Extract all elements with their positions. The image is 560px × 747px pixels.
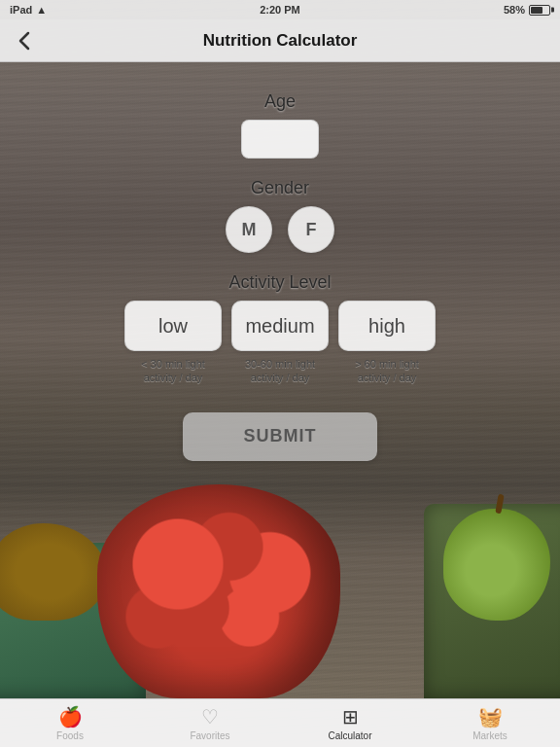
tab-calculator[interactable]: ⊞ Calculator (280, 699, 420, 747)
activity-high-button[interactable]: high (338, 301, 436, 351)
status-time: 2:20 PM (260, 4, 300, 16)
markets-label: Markets (472, 730, 508, 741)
activity-buttons: low < 30 min light activity / day medium… (124, 301, 436, 385)
age-group: Age (241, 91, 319, 159)
food-decoration (0, 426, 560, 698)
age-input[interactable] (241, 120, 319, 159)
age-label: Age (264, 91, 296, 112)
activity-medium-desc: 30-60 min light activity / day (231, 357, 329, 385)
activity-medium-wrapper: medium 30-60 min light activity / day (231, 301, 329, 385)
carrier-label: iPad (10, 4, 32, 16)
battery-fill (531, 7, 542, 14)
main-content: Age Gender M F Activity Level low < 30 m… (0, 62, 560, 461)
tab-foods[interactable]: 🍎 Foods (0, 699, 140, 747)
activity-group: Activity Level low < 30 min light activi… (124, 272, 436, 385)
back-button[interactable] (10, 26, 39, 55)
favorites-label: Favorites (190, 730, 229, 741)
activity-medium-button[interactable]: medium (231, 301, 329, 351)
tab-bar: 🍎 Foods ♡ Favorites ⊞ Calculator 🧺 Marke… (0, 698, 560, 747)
gender-label: Gender (251, 178, 309, 198)
wifi-icon: ▲ (36, 4, 47, 16)
tab-markets[interactable]: 🧺 Markets (420, 699, 560, 747)
nav-bar: Nutrition Calculator (0, 19, 560, 62)
gender-buttons: M F (226, 206, 334, 253)
activity-high-wrapper: high > 60 min light activity / day (338, 301, 436, 385)
markets-icon: 🧺 (478, 705, 503, 729)
gender-group: Gender M F (226, 178, 334, 253)
submit-button[interactable]: SUBMIT (183, 412, 377, 461)
calculator-icon: ⊞ (342, 705, 359, 729)
battery-label: 58% (504, 4, 525, 16)
activity-low-desc: < 30 min light activity / day (124, 357, 222, 385)
tab-favorites[interactable]: ♡ Favorites (140, 699, 280, 747)
activity-low-wrapper: low < 30 min light activity / day (124, 301, 222, 385)
gender-male-button[interactable]: M (226, 206, 272, 253)
status-right: 58% (504, 4, 550, 16)
foods-icon: 🍎 (58, 705, 83, 729)
activity-label: Activity Level (228, 272, 331, 293)
activity-high-desc: > 60 min light activity / day (338, 357, 436, 385)
produce-left (0, 523, 107, 621)
gender-female-button[interactable]: F (288, 206, 334, 253)
status-bar: iPad ▲ 2:20 PM 58% (0, 0, 560, 19)
tomato-cluster (97, 484, 340, 698)
activity-low-button[interactable]: low (124, 301, 222, 351)
apple-right (443, 509, 550, 621)
battery-icon (529, 5, 550, 16)
favorites-icon: ♡ (201, 705, 219, 729)
calculator-label: Calculator (328, 730, 371, 741)
foods-label: Foods (56, 730, 84, 741)
status-left: iPad ▲ (10, 4, 47, 16)
page-title: Nutrition Calculator (203, 31, 358, 51)
